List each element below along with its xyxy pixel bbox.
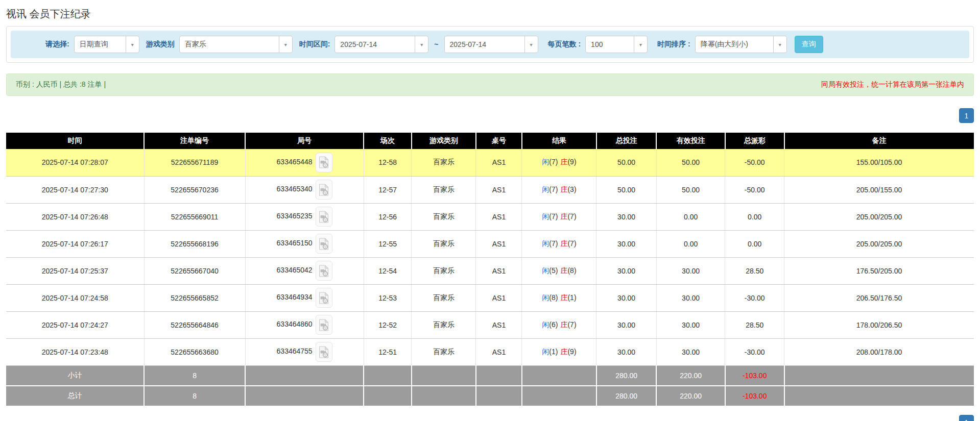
date-from-select[interactable]: 2025-07-14 ▾ [334,36,428,53]
header-payout: 总派彩 [725,133,784,149]
round-id-text: 633465235 [277,212,313,220]
header-result: 结果 [522,133,596,149]
date-to-select[interactable]: 2025-07-14 ▾ [444,36,538,53]
video-replay-button[interactable] [316,180,332,200]
film-file-icon [319,156,329,168]
cell-round-id: 633464934 [245,284,364,311]
pagination-page-1[interactable]: 1 [959,415,974,421]
table-summary: 小计 8 280.00 220.00 -103.00 总计 8 280.00 2… [6,365,974,406]
result-player: 闲 [542,320,549,329]
cell-bet-id: 522655669011 [144,203,245,230]
sort-order-select[interactable]: 降幂(由大到小) ▾ [695,36,787,53]
query-type-select[interactable]: 日期查询 ▾ [74,36,139,53]
cell-session: 12-51 [364,338,412,365]
chevron-down-icon: ▾ [773,36,786,53]
cell-table-no: AS1 [476,149,522,176]
table-row: 2025-07-14 07:26:17 522655668196 6334651… [6,230,974,257]
sort-order-value: 降幂(由大到小) [696,40,753,49]
round-id-text: 633464934 [277,293,313,301]
result-player-score: (7) [549,239,558,247]
pagination-bottom: 1 [6,415,974,421]
result-banker-score: (7) [567,320,576,329]
cell-table-no: AS1 [476,257,522,284]
video-replay-button[interactable] [316,153,332,172]
cell-remark: 176.50/205.00 [784,257,974,284]
filter-panel: 请选择: 日期查询 ▾ 游戏类别 百家乐 ▾ 时间区间: 2025-07-14 … [6,26,974,63]
cell-valid-bet: 50.00 [656,176,725,203]
header-game-type: 游戏类别 [412,133,476,149]
cell-valid-bet: 30.00 [656,284,725,311]
date-from-value: 2025-07-14 [335,40,382,48]
video-replay-button[interactable] [316,207,332,227]
video-replay-button[interactable] [316,234,332,254]
sort-order-label: 时间排序 : [657,40,690,49]
video-replay-button[interactable] [316,315,332,335]
cell-result: 闲(5)庄(8) [522,257,596,284]
result-banker-score: (9) [567,348,576,356]
chevron-down-icon: ▾ [415,36,428,53]
result-banker: 庄 [560,239,567,247]
film-file-icon [319,211,329,223]
cell-remark: 206.50/176.50 [784,284,974,311]
result-player: 闲 [542,212,549,220]
header-round-id: 局号 [245,133,364,149]
chevron-down-icon: ▾ [634,36,647,53]
film-file-icon [319,238,329,250]
result-banker: 庄 [560,293,567,302]
cell-session: 12-58 [364,149,412,176]
cell-result: 闲(7)庄(7) [522,203,596,230]
cell-game-type: 百家乐 [412,284,476,311]
film-file-icon [319,265,329,277]
cell-session: 12-54 [364,257,412,284]
cell-bet-id: 522655668196 [144,230,245,257]
currency-summary-bar: 币别 : 人民币 | 总共 :8 注单 | 同局有效投注，统一计算在该局第一张注… [6,73,974,96]
cell-result: 闲(8)庄(1) [522,284,596,311]
header-time: 时间 [6,133,144,149]
cell-time: 2025-07-14 07:23:48 [6,338,144,365]
time-range-label: 时间区间: [299,40,330,49]
cell-payout: 0.00 [725,203,784,230]
page-size-select[interactable]: 100 ▾ [585,36,648,53]
cell-bet-id: 522655667040 [144,257,245,284]
result-banker-score: (7) [567,212,576,220]
result-banker-score: (7) [567,239,576,247]
video-replay-button[interactable] [316,342,332,362]
total-valid-bet: 220.00 [656,386,725,406]
cell-valid-bet: 0.00 [656,203,725,230]
cell-bet-id: 522655665852 [144,284,245,311]
cell-remark: 155.00/105.00 [784,149,974,176]
result-player-score: (1) [549,348,558,356]
cell-bet-id: 522655671189 [144,149,245,176]
header-total-bet: 总投注 [596,133,656,149]
table-row: 2025-07-14 07:26:48 522655669011 6334652… [6,203,974,230]
cell-table-no: AS1 [476,338,522,365]
table-row: 2025-07-14 07:25:37 522655667040 6334650… [6,257,974,284]
cell-valid-bet: 30.00 [656,311,725,338]
cell-remark: 208.00/178.00 [784,338,974,365]
pagination-page-1[interactable]: 1 [959,108,974,123]
cell-game-type: 百家乐 [412,176,476,203]
video-replay-button[interactable] [316,261,332,281]
result-banker-score: (3) [567,185,576,193]
table-header: 时间 注单编号 局号 场次 游戏类别 桌号 结果 总投注 有效投注 总派彩 备注 [6,133,974,149]
cell-total-bet: 30.00 [596,284,656,311]
cell-time: 2025-07-14 07:25:37 [6,257,144,284]
search-button[interactable]: 查询 [795,36,823,53]
header-table-no: 桌号 [476,133,522,149]
game-type-select[interactable]: 百家乐 ▾ [179,36,293,53]
result-player: 闲 [542,266,549,275]
result-banker: 庄 [560,320,567,329]
result-player-score: (7) [549,212,558,220]
cell-time: 2025-07-14 07:27:30 [6,176,144,203]
round-id-text: 633465340 [277,185,313,193]
cell-payout: 28.50 [725,311,784,338]
video-replay-button[interactable] [316,288,332,308]
result-banker: 庄 [560,158,567,166]
result-banker-score: (9) [567,158,576,166]
cell-remark: 178.00/206.50 [784,311,974,338]
cell-payout: 28.50 [725,257,784,284]
film-file-icon [319,184,329,196]
film-file-icon [319,292,329,304]
cell-session: 12-53 [364,284,412,311]
result-player: 闲 [542,185,549,193]
